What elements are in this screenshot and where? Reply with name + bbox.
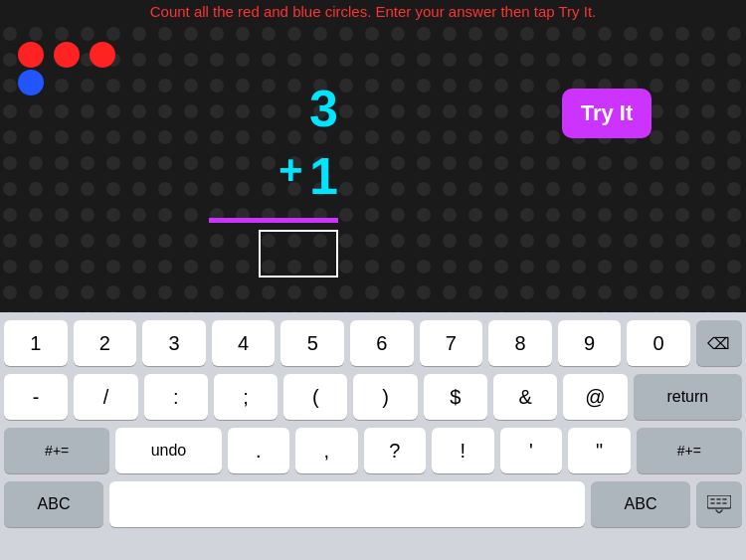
instruction-highlight: Try It <box>559 3 593 20</box>
key-at[interactable]: @ <box>563 374 627 420</box>
key-hash-plus-equals-right[interactable]: #+= <box>637 428 742 473</box>
key-apostrophe[interactable]: ' <box>500 428 563 473</box>
game-area: 3 + 1 Try It <box>0 24 746 312</box>
key-2[interactable]: 2 <box>74 320 137 366</box>
delete-icon: ⌫ <box>707 334 730 353</box>
answer-box[interactable] <box>259 230 338 278</box>
key-open-paren[interactable]: ( <box>283 374 347 420</box>
key-question[interactable]: ? <box>364 428 427 473</box>
circles-row <box>18 42 115 68</box>
answer-line <box>209 218 338 223</box>
key-undo[interactable]: undo <box>115 428 221 473</box>
key-6[interactable]: 6 <box>350 320 414 366</box>
key-quote[interactable]: " <box>568 428 631 473</box>
circle-red-3 <box>90 42 115 68</box>
key-return[interactable]: return <box>634 374 742 420</box>
instruction-end: . <box>592 3 596 20</box>
keyboard-row-numbers: 1 2 3 4 5 6 7 8 9 0 ⌫ <box>0 320 746 366</box>
key-keyboard-dismiss[interactable] <box>696 481 742 527</box>
keyboard-dismiss-icon <box>707 495 731 513</box>
circle-red-1 <box>18 42 44 68</box>
try-it-label: Try It <box>581 100 634 126</box>
key-ampersand[interactable]: & <box>493 374 557 420</box>
svg-rect-0 <box>707 495 731 508</box>
keyboard-row-symbols: - / : ; ( ) $ & @ return <box>0 374 746 420</box>
circle-blue-1 <box>18 70 44 95</box>
key-abc-left[interactable]: ABC <box>4 481 103 527</box>
key-minus[interactable]: - <box>4 374 68 420</box>
key-8[interactable]: 8 <box>488 320 552 366</box>
key-9[interactable]: 9 <box>558 320 622 366</box>
key-delete[interactable]: ⌫ <box>696 320 742 366</box>
key-period[interactable]: . <box>228 428 290 473</box>
key-7[interactable]: 7 <box>420 320 483 366</box>
key-hash-plus-equals-left[interactable]: #+= <box>4 428 109 473</box>
key-5[interactable]: 5 <box>280 320 344 366</box>
key-space[interactable] <box>109 481 585 527</box>
instruction-bar: Count all the red and blue circles. Ente… <box>0 0 746 24</box>
key-comma[interactable]: , <box>295 428 358 473</box>
keyboard-row-misc: #+= undo . , ? ! ' " #+= <box>0 428 746 473</box>
key-0[interactable]: 0 <box>627 320 690 366</box>
keyboard-area: 1 2 3 4 5 6 7 8 9 0 ⌫ - / : ; ( ) $ & @ … <box>0 312 746 560</box>
circle-red-2 <box>54 42 80 68</box>
number-bottom: 1 <box>309 146 338 206</box>
instruction-red: Count all the red and blue circles. Ente… <box>150 3 559 20</box>
key-colon[interactable]: : <box>144 374 208 420</box>
keyboard-bottom-row: ABC ABC <box>0 481 746 527</box>
key-close-paren[interactable]: ) <box>353 374 417 420</box>
plus-sign: + <box>279 146 303 194</box>
key-dollar[interactable]: $ <box>424 374 487 420</box>
instruction-text: Count all the red and blue circles. Ente… <box>150 3 597 20</box>
key-slash[interactable]: / <box>74 374 137 420</box>
key-semicolon[interactable]: ; <box>214 374 278 420</box>
key-4[interactable]: 4 <box>212 320 276 366</box>
try-it-button[interactable]: Try It <box>562 89 652 138</box>
key-1[interactable]: 1 <box>4 320 68 366</box>
key-exclaim[interactable]: ! <box>432 428 494 473</box>
number-top: 3 <box>309 79 338 138</box>
key-3[interactable]: 3 <box>142 320 206 366</box>
key-abc-right[interactable]: ABC <box>591 481 690 527</box>
